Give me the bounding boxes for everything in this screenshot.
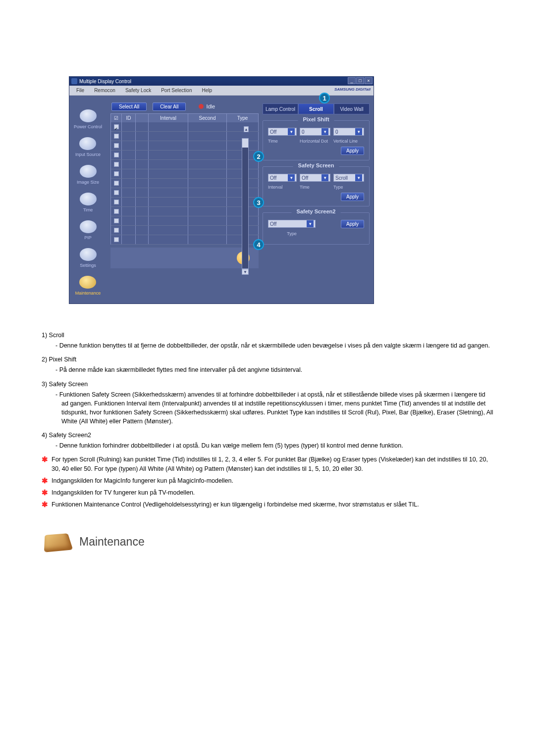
item3-head: 3) Safety Screen [42, 381, 88, 388]
item2-body: - På denne måde kan skærmbilledet flytte… [55, 365, 493, 374]
item3-body: - Funktionen Safety Screen (Sikkerhedssk… [55, 390, 493, 426]
row-checkbox[interactable] [114, 152, 119, 157]
pixel-shift-time-select[interactable]: Off▾ [268, 128, 297, 136]
maintenance-head-title: Maintenance [79, 535, 145, 549]
scrollbar-track[interactable] [242, 138, 249, 269]
table-row [111, 122, 259, 132]
titlebar: Multiple Display Control _ □ × [69, 77, 374, 86]
safety-type-select[interactable]: Scroll▾ [333, 174, 364, 182]
pixel-shift-horiz-select[interactable]: 0▾ [300, 128, 330, 136]
app-window: Multiple Display Control _ □ × File Remo… [69, 77, 374, 303]
menu-help[interactable]: Help [197, 88, 217, 93]
grid-header-row: ☑ ID Interval Second Type [110, 113, 259, 122]
row-checkbox[interactable] [114, 171, 119, 176]
table-row [111, 207, 259, 216]
sidebar-settings: Settings [80, 248, 97, 268]
app-icon [71, 78, 77, 84]
pip-icon [80, 220, 97, 233]
row-checkbox[interactable] [114, 190, 119, 195]
safety-interval-select[interactable]: Off▾ [268, 174, 297, 182]
tabs: Lamp Control Scroll Video Wall [263, 103, 370, 114]
tab-video[interactable]: Video Wall [334, 103, 370, 114]
image-size-icon [80, 165, 97, 178]
chevron-down-icon: ▾ [321, 128, 328, 135]
safety-screen2-title: Safety Screen2 [292, 208, 341, 214]
display-grid: ☑ ID Interval Second Type [110, 113, 259, 245]
pixel-shift-apply-button[interactable]: Apply [341, 147, 364, 155]
table-row [111, 141, 259, 151]
menu-file[interactable]: File [71, 88, 89, 93]
pixel-shift-vert-select[interactable]: 0▾ [333, 128, 364, 136]
select-all-button[interactable]: Select All [111, 102, 147, 111]
top-buttons: Select All Clear All Idle [107, 101, 263, 111]
row-checkbox[interactable] [114, 143, 119, 148]
clear-all-button[interactable]: Clear All [153, 102, 186, 111]
input-source-icon [79, 137, 96, 150]
scroll-up-icon[interactable]: ▲ [244, 126, 249, 132]
chevron-down-icon: ▾ [355, 128, 362, 135]
row-checkbox[interactable] [114, 124, 119, 129]
row-checkbox[interactable] [114, 162, 119, 167]
chevron-down-icon: ▾ [355, 174, 362, 181]
table-row [111, 188, 259, 198]
menu-safety-lock[interactable]: Safety Lock [120, 88, 156, 93]
scrollbar-thumb[interactable] [242, 139, 248, 148]
table-row [111, 226, 259, 235]
tab-lamp[interactable]: Lamp Control [263, 103, 298, 114]
idle-status: Idle [199, 103, 215, 109]
row-checkbox[interactable] [114, 181, 119, 186]
table-row [111, 160, 259, 169]
callout-4: 4 [253, 239, 264, 250]
minimize-icon[interactable]: _ [348, 77, 356, 84]
scroll-down-icon[interactable]: ▼ [242, 269, 249, 275]
table-row [111, 216, 259, 226]
right-panel: Lamp Control Scroll Video Wall 1 Pixel S… [263, 101, 374, 303]
row-checkbox[interactable] [114, 228, 119, 233]
col-type: Type [227, 114, 259, 122]
safety-screen-title: Safety Screen [293, 162, 339, 168]
star-icon: ✱ [42, 477, 48, 484]
star-icon: ✱ [42, 455, 48, 463]
chevron-down-icon: ▾ [288, 128, 295, 135]
idle-dot-icon [199, 104, 204, 109]
col-id: ID [122, 114, 136, 122]
close-icon[interactable]: × [365, 77, 373, 84]
row-checkbox[interactable] [114, 237, 119, 242]
maximize-icon[interactable]: □ [356, 77, 364, 84]
chevron-down-icon: ▾ [307, 220, 314, 227]
row-checkbox[interactable] [114, 209, 119, 214]
sidebar-pip: PIP [80, 220, 97, 240]
callout-1: 1 [319, 93, 330, 103]
pixel-shift-title: Pixel Shift [298, 116, 334, 122]
table-row [111, 169, 259, 179]
safety2-type-select[interactable]: Off▾ [268, 220, 316, 228]
safety-screen-group: Safety Screen Off▾ Off▾ Scroll▾ Interval… [263, 166, 370, 206]
callout-2: 2 [253, 151, 264, 162]
sidebar-power: Power Control [74, 109, 102, 129]
sidebar-time: Time [80, 193, 97, 212]
col-lamp [136, 114, 149, 122]
star-icon: ✱ [42, 501, 48, 508]
menu-port-selection[interactable]: Port Selection [156, 88, 197, 93]
item1-body: - Denne funktion benyttes til at fjerne … [55, 341, 493, 350]
row-checkbox[interactable] [114, 200, 119, 204]
table-row [111, 235, 259, 245]
window-controls[interactable]: _ □ × [348, 77, 373, 84]
row-checkbox[interactable] [114, 218, 119, 223]
pixel-shift-group: Pixel Shift Off▾ 0▾ 0▾ TimeHorizontal Do… [263, 120, 370, 160]
safety-screen-apply-button[interactable]: Apply [341, 193, 364, 201]
tab-scroll[interactable]: Scroll [298, 103, 334, 114]
callout-3: 3 [253, 197, 264, 208]
item4-head: 4) Safety Screen2 [42, 432, 91, 439]
sidebar-image-size: Image Size [77, 165, 99, 185]
chevron-down-icon: ▾ [321, 174, 328, 181]
safety-time-select[interactable]: Off▾ [300, 174, 330, 182]
col-check[interactable]: ☑ [111, 114, 122, 122]
row-checkbox[interactable] [114, 134, 119, 139]
explanatory-text: 1) Scroll - Denne funktion benyttes til … [42, 331, 493, 509]
menu-remocon[interactable]: Remocon [89, 88, 120, 93]
table-row [111, 132, 259, 141]
sidebar-maintenance: Maintenance [75, 276, 101, 296]
window-title: Multiple Display Control [79, 79, 131, 84]
safety2-apply-button[interactable]: Apply [341, 220, 364, 228]
